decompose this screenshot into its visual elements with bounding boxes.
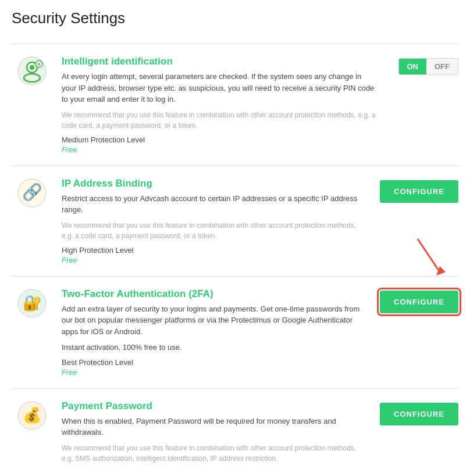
ip-binding-icon: 🔗 — [12, 178, 52, 208]
two-factor-protection-level: Best Protection Level — [62, 358, 368, 367]
svg-text:👁: 👁 — [37, 62, 41, 67]
ip-binding-title: IP Address Binding — [62, 178, 368, 189]
ip-binding-recommendation: We recommend that you use this feature i… — [62, 220, 368, 241]
ip-binding-price: Free — [62, 256, 368, 264]
section-payment-password: 💰 Payment PasswordWhen this is enabled, … — [12, 388, 458, 477]
two-factor-title: Two-Factor Authentication (2FA) — [62, 288, 368, 300]
intelligent-id-icon: 👁 — [12, 56, 52, 86]
section-ip-binding: 🔗 IP Address BindingRestrict access to y… — [12, 166, 458, 276]
payment-password-description: When this is enabled, Payment Password w… — [62, 416, 368, 438]
two-factor-configure-button[interactable]: CONFIGURE — [380, 291, 458, 313]
intelligent-id-toggle-on[interactable]: ON — [399, 59, 427, 74]
section-intelligent-id: 👁 Intelligent identificationAt every log… — [12, 44, 458, 166]
intelligent-id-title: Intelligent identification — [62, 56, 377, 67]
payment-password-recommendation: We recommend that you use this feature i… — [62, 443, 368, 464]
svg-text:🔗: 🔗 — [22, 182, 42, 202]
svg-point-0 — [18, 57, 46, 85]
section-two-factor: 🔐 Two-Factor Authentication (2FA)Add an … — [12, 276, 458, 388]
page-title: Security Settings — [12, 9, 458, 33]
intelligent-id-protection-level: Medium Protection Level — [62, 135, 377, 144]
two-factor-icon: 🔐 — [12, 288, 52, 318]
two-factor-extra-info: Instant activation, 100% free to use. — [62, 342, 368, 353]
intelligent-id-toggle-off[interactable]: OFF — [426, 59, 458, 74]
svg-point-2 — [30, 65, 34, 70]
two-factor-price: Free — [62, 368, 368, 377]
svg-text:🔐: 🔐 — [23, 294, 42, 312]
intelligent-id-description: At every login attempt, several paramete… — [62, 71, 377, 105]
payment-password-configure-button[interactable]: CONFIGURE — [380, 403, 458, 425]
intelligent-id-recommendation: We recommend that you use this feature i… — [62, 110, 377, 131]
two-factor-description: Add an extra layer of security to your l… — [62, 303, 368, 338]
ip-binding-description: Restrict access to your Advcash account … — [62, 193, 368, 216]
ip-binding-protection-level: High Protection Level — [62, 246, 368, 255]
payment-password-title: Payment Password — [62, 400, 368, 412]
intelligent-id-toggle[interactable]: ONOFF — [398, 58, 459, 75]
ip-binding-configure-button[interactable]: CONFIGURE — [380, 180, 458, 203]
payment-password-icon: 💰 — [12, 400, 52, 431]
intelligent-id-price: Free — [62, 145, 377, 154]
svg-text:💰: 💰 — [23, 406, 42, 424]
